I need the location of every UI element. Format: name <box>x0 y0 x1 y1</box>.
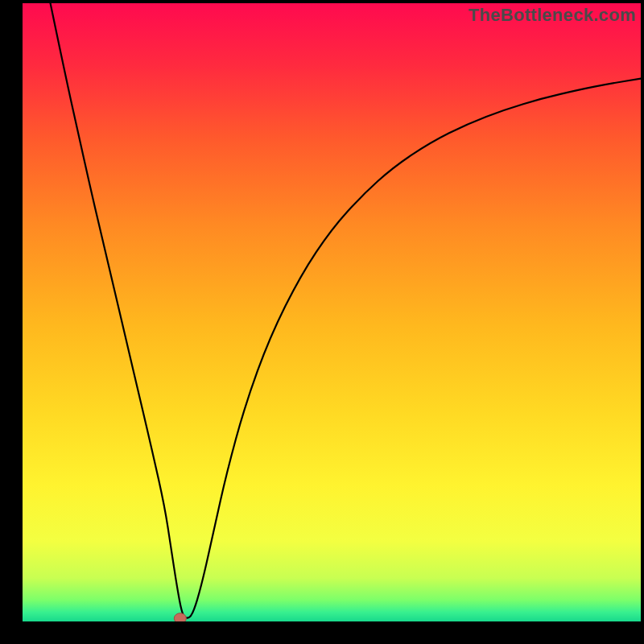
plot-area: TheBottleneck.com <box>23 3 641 621</box>
chart-frame: TheBottleneck.com <box>0 0 644 644</box>
watermark-text: TheBottleneck.com <box>469 5 636 26</box>
gradient-background <box>23 3 641 621</box>
chart-svg <box>23 3 641 621</box>
optimal-point-marker <box>174 613 186 621</box>
